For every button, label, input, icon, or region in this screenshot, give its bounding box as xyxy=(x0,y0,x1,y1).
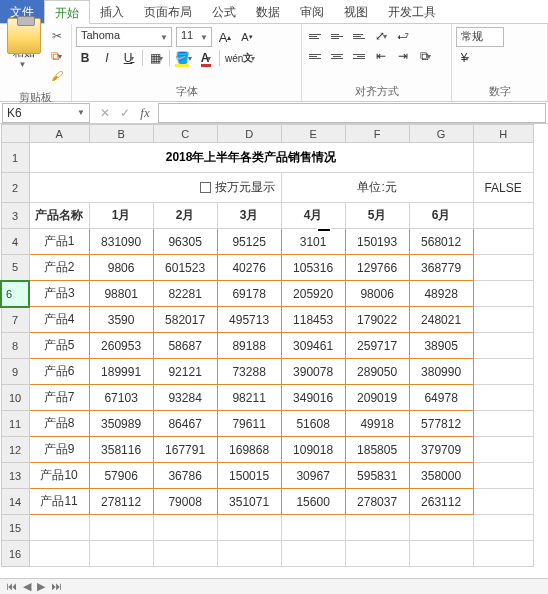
row-header[interactable]: 11 xyxy=(1,411,29,437)
align-center-button[interactable] xyxy=(328,47,346,65)
table-column-header[interactable]: 6月 xyxy=(409,203,473,229)
row-header[interactable]: 6 xyxy=(1,281,29,307)
cell[interactable] xyxy=(89,515,153,541)
data-cell[interactable]: 89188 xyxy=(217,333,281,359)
format-painter-button[interactable]: 🖌 xyxy=(48,67,66,85)
increase-font-button[interactable]: A▴ xyxy=(216,28,234,46)
data-cell[interactable]: 产品5 xyxy=(29,333,89,359)
unit-cell[interactable]: 单位:元 xyxy=(281,173,473,203)
align-top-button[interactable] xyxy=(306,27,324,45)
decrease-font-button[interactable]: A▾ xyxy=(238,28,256,46)
data-cell[interactable]: 390078 xyxy=(281,359,345,385)
data-cell[interactable]: 179022 xyxy=(345,307,409,333)
table-column-header[interactable]: 3月 xyxy=(217,203,281,229)
phonetic-button[interactable]: wén 文▾ xyxy=(224,49,256,67)
data-cell[interactable]: 278112 xyxy=(89,489,153,515)
sheet-nav-prev-icon[interactable]: ◀ xyxy=(23,580,31,593)
cell[interactable] xyxy=(473,359,533,385)
row-header[interactable]: 5 xyxy=(1,255,29,281)
cell[interactable] xyxy=(29,541,89,567)
sheet-nav-last-icon[interactable]: ⏭ xyxy=(51,580,62,593)
cell[interactable] xyxy=(473,229,533,255)
row-header[interactable]: 7 xyxy=(1,307,29,333)
title-cell[interactable]: 2018年上半年各类产品销售情况 xyxy=(29,143,473,173)
data-cell[interactable]: 79008 xyxy=(153,489,217,515)
data-cell[interactable]: 167791 xyxy=(153,437,217,463)
tab-developer[interactable]: 开发工具 xyxy=(378,0,446,23)
tab-view[interactable]: 视图 xyxy=(334,0,378,23)
data-cell[interactable]: 109018 xyxy=(281,437,345,463)
data-cell[interactable]: 309461 xyxy=(281,333,345,359)
tab-home[interactable]: 开始 xyxy=(44,0,90,24)
checkbox-cell[interactable]: 按万元显示 xyxy=(29,173,281,203)
row-header[interactable]: 14 xyxy=(1,489,29,515)
data-cell[interactable]: 产品3 xyxy=(29,281,89,307)
cell[interactable] xyxy=(29,515,89,541)
cell[interactable] xyxy=(409,541,473,567)
cell[interactable] xyxy=(473,489,533,515)
italic-button[interactable]: I xyxy=(98,49,116,67)
data-cell[interactable]: 40276 xyxy=(217,255,281,281)
align-bottom-button[interactable] xyxy=(350,27,368,45)
fill-color-button[interactable]: 🪣▾ xyxy=(174,49,193,67)
cell[interactable] xyxy=(281,541,345,567)
data-cell[interactable]: 95125 xyxy=(217,229,281,255)
font-size-select[interactable]: 11▼ xyxy=(176,27,212,47)
table-column-header[interactable]: 5月 xyxy=(345,203,409,229)
cell[interactable] xyxy=(473,385,533,411)
column-header[interactable]: D xyxy=(217,125,281,143)
cell[interactable] xyxy=(473,411,533,437)
data-cell[interactable]: 358116 xyxy=(89,437,153,463)
border-button[interactable]: ▦▾ xyxy=(147,49,165,67)
data-cell[interactable]: 248021 xyxy=(409,307,473,333)
data-cell[interactable]: 产品4 xyxy=(29,307,89,333)
cut-button[interactable]: ✂ xyxy=(48,27,66,45)
row-header[interactable]: 10 xyxy=(1,385,29,411)
data-cell[interactable]: 379709 xyxy=(409,437,473,463)
cell[interactable] xyxy=(473,333,533,359)
data-cell[interactable]: 产品2 xyxy=(29,255,89,281)
cell[interactable] xyxy=(345,541,409,567)
row-header[interactable]: 4 xyxy=(1,229,29,255)
data-cell[interactable]: 118453 xyxy=(281,307,345,333)
data-cell[interactable]: 9806 xyxy=(89,255,153,281)
table-column-header[interactable]: 1月 xyxy=(89,203,153,229)
table-column-header[interactable]: 产品名称 xyxy=(29,203,89,229)
data-cell[interactable]: 260953 xyxy=(89,333,153,359)
data-cell[interactable]: 58687 xyxy=(153,333,217,359)
tab-insert[interactable]: 插入 xyxy=(90,0,134,23)
column-header[interactable]: A xyxy=(29,125,89,143)
cell[interactable] xyxy=(89,541,153,567)
font-color-button[interactable]: A▾ xyxy=(197,49,215,67)
number-format-select[interactable]: 常规 xyxy=(456,27,504,47)
data-cell[interactable]: 产品1 xyxy=(29,229,89,255)
increase-indent-button[interactable]: ⇥ xyxy=(394,47,412,65)
data-cell[interactable]: 92121 xyxy=(153,359,217,385)
cancel-formula-button[interactable]: ✕ xyxy=(96,104,114,122)
tab-review[interactable]: 审阅 xyxy=(290,0,334,23)
cell[interactable] xyxy=(473,515,533,541)
merge-center-button[interactable]: ⧉▾ xyxy=(416,47,434,65)
row-header[interactable]: 3 xyxy=(1,203,29,229)
data-cell[interactable]: 产品7 xyxy=(29,385,89,411)
data-cell[interactable]: 368779 xyxy=(409,255,473,281)
cell-h2[interactable]: FALSE xyxy=(473,173,533,203)
table-column-header[interactable]: 2月 xyxy=(153,203,217,229)
data-cell[interactable]: 189991 xyxy=(89,359,153,385)
data-cell[interactable]: 36786 xyxy=(153,463,217,489)
data-cell[interactable]: 358000 xyxy=(409,463,473,489)
currency-button[interactable]: ¥▾ xyxy=(456,49,474,67)
row-header[interactable]: 15 xyxy=(1,515,29,541)
underline-button[interactable]: U▾ xyxy=(120,49,138,67)
data-cell[interactable]: 30967 xyxy=(281,463,345,489)
paste-dropdown-icon[interactable]: ▼ xyxy=(19,60,27,69)
sheet-nav-first-icon[interactable]: ⏮ xyxy=(6,580,17,593)
insert-function-button[interactable]: fx xyxy=(136,104,154,122)
data-cell[interactable]: 278037 xyxy=(345,489,409,515)
column-header[interactable]: C xyxy=(153,125,217,143)
cell[interactable] xyxy=(473,437,533,463)
data-cell[interactable]: 350989 xyxy=(89,411,153,437)
paste-button[interactable] xyxy=(6,27,42,45)
align-left-button[interactable] xyxy=(306,47,324,65)
data-cell[interactable]: 49918 xyxy=(345,411,409,437)
